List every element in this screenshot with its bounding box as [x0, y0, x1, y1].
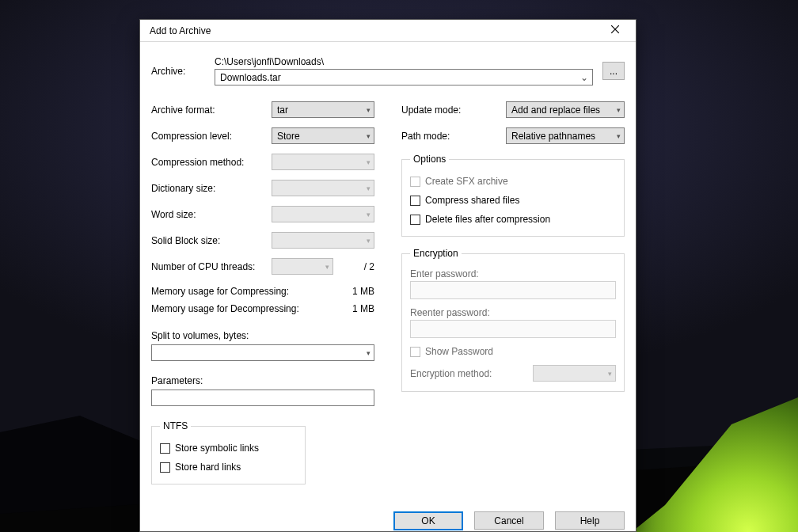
dictionary-size-select[interactable]: ▾ [272, 180, 374, 196]
two-columns: Archive format: tar▾ Compression level: … [151, 101, 625, 496]
threads-select[interactable]: ▾ [272, 258, 333, 275]
browse-button[interactable]: ... [602, 62, 625, 80]
threads-label: Number of CPU threads: [151, 261, 272, 272]
word-size-select[interactable]: ▾ [272, 206, 374, 222]
checkbox-icon [410, 347, 420, 357]
reenter-password-label: Reenter password: [410, 307, 616, 318]
reenter-password-input[interactable] [410, 320, 616, 338]
compression-level-select[interactable]: Store▾ [272, 127, 374, 144]
path-mode-select[interactable]: Relative pathnames▾ [506, 127, 625, 144]
background-hill [0, 382, 798, 532]
dialog-content: Archive: C:\Users\jonfi\Downloads\ Downl… [140, 42, 636, 504]
chevron-down-icon: ▾ [367, 132, 370, 140]
ntfs-legend: NTFS [160, 420, 191, 431]
dictionary-size-label: Dictionary size: [151, 183, 272, 194]
encryption-group: Encryption Enter password: Reenter passw… [401, 248, 625, 392]
window-title: Add to Archive [150, 25, 601, 36]
ok-button[interactable]: OK [393, 511, 463, 530]
background-tent [632, 397, 798, 532]
compression-method-label: Compression method: [151, 157, 272, 168]
threads-total: / 2 [341, 261, 374, 272]
compression-level-label: Compression level: [151, 131, 272, 142]
store-symlinks-checkbox[interactable]: Store symbolic links [160, 443, 297, 454]
help-button[interactable]: Help [555, 511, 625, 530]
store-hardlinks-checkbox[interactable]: Store hard links [160, 462, 297, 473]
checkbox-icon [410, 215, 420, 225]
encryption-method-select: ▾ [533, 365, 616, 382]
left-column: Archive format: tar▾ Compression level: … [151, 101, 374, 496]
chevron-down-icon: ▾ [367, 349, 370, 357]
archive-row: Archive: C:\Users\jonfi\Downloads\ Downl… [151, 56, 625, 86]
chevron-down-icon: ▾ [325, 263, 329, 271]
chevron-down-icon: ▾ [367, 211, 370, 218]
checkbox-icon [410, 196, 420, 206]
update-mode-label: Update mode: [401, 104, 506, 116]
background-hill [0, 350, 798, 532]
chevron-down-icon: ▾ [617, 132, 621, 140]
path-mode-label: Path mode: [401, 131, 506, 142]
archive-format-select[interactable]: tar▾ [272, 101, 374, 118]
mem-compress-value: 1 MB [327, 286, 374, 297]
solid-block-size-label: Solid Block size: [151, 235, 272, 246]
mem-compress-label: Memory usage for Compressing: [151, 286, 327, 297]
parameters-input[interactable] [151, 390, 374, 406]
chevron-down-icon: ▾ [608, 370, 612, 378]
encryption-legend: Encryption [410, 248, 462, 259]
encryption-method-label: Encryption method: [410, 368, 526, 379]
word-size-label: Word size: [151, 209, 272, 220]
titlebar: Add to Archive [140, 20, 636, 42]
options-legend: Options [410, 154, 449, 165]
split-label: Split to volumes, bytes: [151, 330, 374, 341]
solid-block-size-select: ▾ [272, 232, 374, 249]
desktop-wallpaper: Add to Archive Archive: C:\Users\jonfi\D… [0, 0, 798, 532]
checkbox-icon [160, 462, 170, 473]
right-column: Update mode: Add and replace files▾ Path… [401, 101, 625, 496]
cancel-button[interactable]: Cancel [474, 511, 544, 530]
chevron-down-icon: ▾ [367, 237, 370, 245]
chevron-down-icon: ⌄ [577, 72, 591, 83]
chevron-down-icon: ▾ [367, 184, 370, 192]
checkbox-icon [410, 177, 420, 187]
archive-filename-value: Downloads.tar [220, 72, 577, 83]
ntfs-group: NTFS Store symbolic links Store hard lin… [151, 420, 306, 484]
chevron-down-icon: ▾ [617, 106, 621, 114]
archive-filename-combo[interactable]: Downloads.tar ⌄ [215, 69, 593, 86]
add-to-archive-dialog: Add to Archive Archive: C:\Users\jonfi\D… [139, 19, 636, 532]
mem-decompress-value: 1 MB [327, 303, 374, 314]
mem-decompress-label: Memory usage for Decompressing: [151, 303, 327, 314]
browse-label: ... [610, 66, 618, 77]
show-password-checkbox: Show Password [410, 346, 616, 357]
archive-path: C:\Users\jonfi\Downloads\ [215, 56, 593, 67]
chevron-down-icon: ▾ [367, 106, 370, 114]
enter-password-input[interactable] [410, 281, 616, 299]
split-volumes-combo[interactable]: ▾ [151, 344, 374, 361]
background-hill [0, 366, 798, 532]
parameters-label: Parameters: [151, 375, 374, 386]
close-button[interactable] [601, 25, 629, 36]
compression-method-select[interactable]: ▾ [272, 154, 374, 170]
button-row: OK Cancel Help [140, 504, 636, 532]
update-mode-select[interactable]: Add and replace files▾ [506, 101, 625, 118]
enter-password-label: Enter password: [410, 268, 616, 279]
close-icon [610, 25, 620, 34]
compress-shared-checkbox[interactable]: Compress shared files [410, 195, 616, 206]
options-group: Options Create SFX archive Compress shar… [401, 154, 625, 237]
create-sfx-checkbox: Create SFX archive [410, 176, 616, 187]
chevron-down-icon: ▾ [367, 158, 370, 166]
delete-after-checkbox[interactable]: Delete files after compression [410, 214, 616, 225]
archive-format-label: Archive format: [151, 104, 272, 116]
archive-label: Archive: [151, 66, 205, 77]
checkbox-icon [160, 443, 170, 454]
